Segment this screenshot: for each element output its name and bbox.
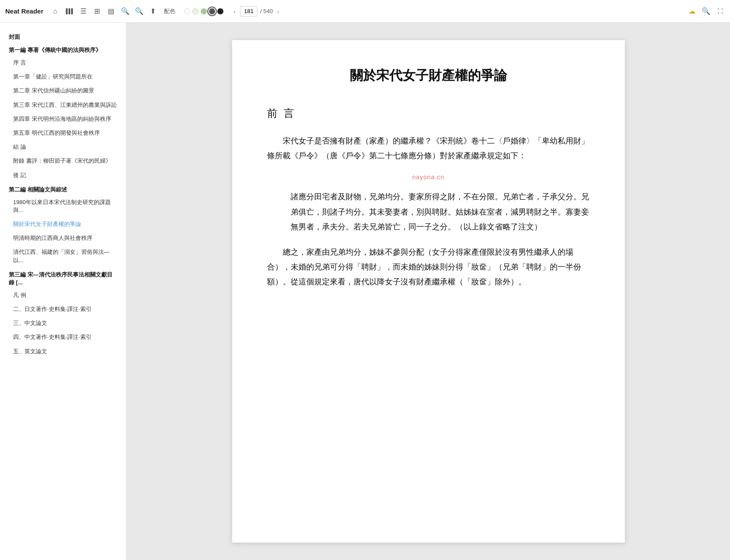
search-right-icon[interactable]: 🔍 bbox=[701, 7, 711, 16]
sidebar-item-conclusion[interactable]: 結 論 bbox=[0, 140, 126, 154]
sidebar-item-postscript[interactable]: 後 記 bbox=[0, 168, 126, 182]
cloud-icon[interactable]: ☁ bbox=[687, 7, 697, 16]
menu-icon[interactable]: ☰ bbox=[79, 7, 88, 16]
sidebar-item-fanli[interactable]: 凡 例 bbox=[0, 288, 126, 302]
grid-icon[interactable]: ⊞ bbox=[93, 7, 102, 16]
main-area: 封面 第一編 專著《傳統中國的法與秩序》 序 言 第一章「健訟」研究與問題所在 … bbox=[0, 23, 730, 560]
sidebar-item-ch3[interactable]: 第三章 宋代江西、江東縉州的農業與訴訟 bbox=[0, 98, 126, 112]
sidebar-item-article2-active[interactable]: 關於宋代女子財產權的爭論 bbox=[0, 217, 126, 231]
color-light[interactable] bbox=[192, 8, 199, 14]
sidebar-item-article1[interactable]: 1980年以來日本宋代法制史研究的課題與... bbox=[0, 195, 126, 217]
color-dark[interactable] bbox=[209, 8, 215, 14]
app-title: Neat Reader bbox=[5, 7, 44, 15]
toolbar: Neat Reader ⌂ ☰ ⊞ ▤ 🔍 🔍 ⬆ 配色 ‹ / 540 › ☁… bbox=[0, 0, 730, 23]
sidebar-section-3[interactable]: 第三編 宋—清代法秩序民事法相關文獻目錄 [... bbox=[0, 267, 126, 288]
page-content: 關於宋代女子財產權的爭論 前 言 宋代女子是否擁有財產（家產）的繼承權？《宋刑統… bbox=[232, 40, 625, 543]
search-icon[interactable]: 🔍 bbox=[120, 7, 130, 16]
svg-rect-2 bbox=[71, 8, 73, 14]
paragraph-2: 總之，家產由兄弟均分，姊妹不參與分配（女子分得家產僅限於沒有男性繼承人的場合），… bbox=[267, 245, 590, 290]
sidebar-item-cover[interactable]: 封面 bbox=[0, 30, 126, 43]
toolbar-right: ☁ 🔍 ⛶ bbox=[687, 7, 725, 16]
sidebar-item-ch4[interactable]: 第四章 宋代明州沿海地區的糾紛與秩序 bbox=[0, 112, 126, 126]
fullscreen-icon[interactable]: ⛶ bbox=[715, 7, 725, 16]
sidebar-item-ch2[interactable]: 第二章 宋代信州疆山糾紛的圖景 bbox=[0, 84, 126, 98]
color-options bbox=[184, 8, 223, 14]
sidebar-item-preface[interactable]: 序 言 bbox=[0, 56, 126, 70]
sidebar-section-1[interactable]: 第一編 專著《傳統中國的法與秩序》 bbox=[0, 43, 126, 56]
svg-rect-0 bbox=[66, 8, 68, 14]
page-number-input[interactable] bbox=[240, 6, 257, 17]
sidebar-item-japanese[interactable]: 二、日文著作·史料集·譯注·索引 bbox=[0, 302, 126, 316]
prev-page-button[interactable]: ‹ bbox=[232, 7, 238, 16]
color-white[interactable] bbox=[184, 8, 190, 14]
list-icon[interactable]: ▤ bbox=[106, 7, 116, 16]
svg-rect-1 bbox=[69, 8, 70, 14]
section-heading: 前 言 bbox=[267, 106, 590, 120]
page-navigation: ‹ / 540 › bbox=[232, 6, 281, 17]
color-green[interactable] bbox=[201, 8, 207, 14]
sidebar-item-english[interactable]: 五、英文論文 bbox=[0, 345, 126, 359]
paragraph-1: 宋代女子是否擁有財產（家產）的繼承權？《宋刑統》卷十二〈戶婚律〉「卑幼私用財」條… bbox=[267, 133, 590, 163]
page-total: / 540 bbox=[260, 8, 273, 14]
upload-icon[interactable]: ⬆ bbox=[148, 7, 158, 16]
sidebar-item-article4[interactable]: 清代江西、福建的「溺女」習俗與法—以... bbox=[0, 245, 126, 267]
sidebar-item-appendix[interactable]: 附錄 書評：柳田節子著《宋代的民婦》 bbox=[0, 154, 126, 168]
color-label: 配色 bbox=[164, 7, 175, 15]
sidebar-item-article3[interactable]: 明清時期的江西商人與社會秩序 bbox=[0, 231, 126, 245]
sidebar-item-ch5[interactable]: 第五章 明代江西的開發與社會秩序 bbox=[0, 126, 126, 140]
reading-area[interactable]: 關於宋代女子財產權的爭論 前 言 宋代女子是否擁有財產（家產）的繼承權？《宋刑統… bbox=[127, 23, 730, 560]
next-page-button[interactable]: › bbox=[275, 7, 281, 16]
home-icon[interactable]: ⌂ bbox=[51, 7, 60, 16]
library-icon[interactable] bbox=[65, 7, 74, 16]
sidebar-item-ch1[interactable]: 第一章「健訟」研究與問題所在 bbox=[0, 70, 126, 84]
quoted-text: 諸應分田宅者及財物，兄弟均分。妻家所得之財，不在分限。兄弟亡者，子承父分。兄弟俱… bbox=[291, 189, 590, 234]
sidebar-item-chinese-papers[interactable]: 三、中文論文 bbox=[0, 316, 126, 330]
color-black[interactable] bbox=[217, 8, 223, 14]
sidebar-item-chinese-books[interactable]: 四、中文著作·史料集·譯注·索引 bbox=[0, 330, 126, 344]
sidebar-section-2[interactable]: 第二編 相關論文與綜述 bbox=[0, 182, 126, 195]
sidebar: 封面 第一編 專著《傳統中國的法與秩序》 序 言 第一章「健訟」研究與問題所在 … bbox=[0, 23, 127, 560]
page-title: 關於宋代女子財產權的爭論 bbox=[267, 66, 590, 85]
watermark: nayona.cn bbox=[267, 174, 590, 181]
zoom-icon[interactable]: 🔍 bbox=[134, 7, 144, 16]
